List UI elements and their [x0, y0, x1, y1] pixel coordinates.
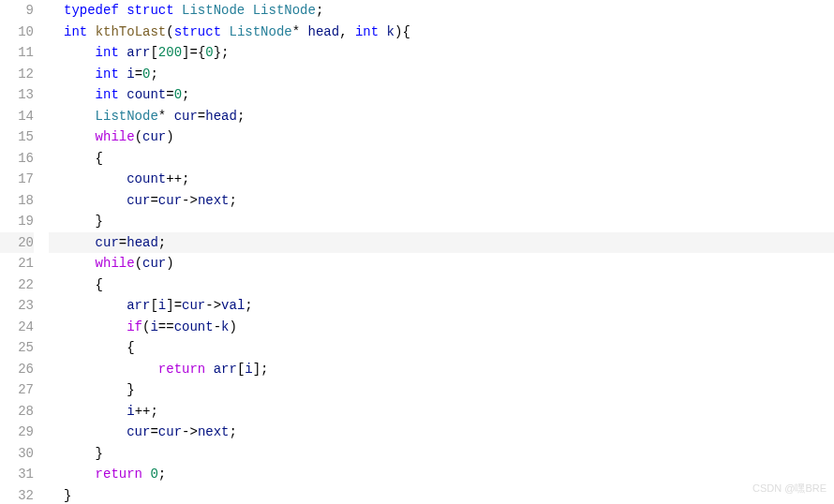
line-number: 18	[0, 190, 34, 212]
token-op: ->	[182, 190, 198, 212]
token-var: count	[127, 169, 166, 190]
token-op: =	[166, 84, 173, 106]
token-op: ->	[205, 295, 221, 317]
token-num: 0	[150, 464, 157, 485]
code-line[interactable]: }	[49, 443, 834, 465]
token-op: *	[158, 106, 166, 127]
token-paren: ]	[253, 359, 261, 380]
code-line[interactable]: {	[49, 337, 834, 359]
token-brace: {	[96, 274, 103, 296]
code-editor: 9101112131415161718192021222324252627282…	[0, 0, 834, 504]
line-number: 31	[0, 464, 34, 485]
code-line[interactable]: }	[49, 485, 834, 505]
token-paren: (	[142, 317, 150, 338]
line-number: 27	[0, 379, 34, 401]
code-line[interactable]: cur=cur->next;	[49, 422, 834, 443]
line-number: 29	[0, 422, 34, 443]
token-var: next	[198, 422, 230, 443]
token-ctrl: return	[158, 359, 205, 380]
token-var: cur	[158, 190, 182, 212]
token-ctrl: while	[96, 253, 135, 274]
code-line[interactable]: {	[49, 148, 834, 170]
token-var: cur	[142, 253, 166, 274]
token-op: *	[292, 22, 300, 43]
token-punct: ;	[182, 84, 189, 106]
token-var: head	[308, 22, 340, 43]
token-var: cur	[182, 295, 205, 317]
token-punct: ,	[339, 22, 347, 43]
token-paren: [	[150, 42, 157, 64]
token-num: 0	[205, 42, 213, 64]
line-number: 20	[0, 232, 34, 254]
token-var: i	[158, 295, 166, 317]
line-number: 22	[0, 274, 34, 296]
code-line[interactable]: ListNode* cur=head;	[49, 106, 834, 127]
code-line[interactable]: int kthToLast(struct ListNode* head, int…	[49, 22, 834, 43]
token-kw: int	[96, 42, 119, 64]
token-brace: {	[127, 337, 134, 359]
line-number: 14	[0, 106, 34, 127]
token-var: val	[221, 295, 245, 317]
line-number: 28	[0, 401, 34, 422]
token-var: next	[198, 190, 230, 212]
token-kw: int	[355, 22, 379, 43]
code-line[interactable]: i++;	[49, 401, 834, 422]
code-line[interactable]: {	[49, 274, 834, 296]
token-paren: ]	[166, 295, 173, 317]
code-line[interactable]: typedef struct ListNode ListNode;	[49, 0, 834, 22]
line-number: 32	[0, 485, 34, 505]
code-line[interactable]: arr[i]=cur->val;	[49, 295, 834, 317]
token-punct: ;	[245, 295, 252, 317]
token-type: ListNode	[253, 0, 316, 22]
token-var: cur	[174, 106, 198, 127]
code-area[interactable]: typedef struct ListNode ListNode;int kth…	[49, 0, 834, 504]
token-var: head	[127, 232, 158, 254]
token-brace: }	[96, 443, 103, 465]
code-line[interactable]: }	[49, 211, 834, 232]
code-line[interactable]: while(cur)	[49, 126, 834, 148]
token-func: kthToLast	[96, 22, 167, 43]
code-line[interactable]: int count=0;	[49, 84, 834, 106]
token-op: =	[150, 190, 157, 212]
code-line[interactable]: }	[49, 379, 834, 401]
code-line[interactable]: count++;	[49, 169, 834, 190]
token-op: =	[174, 295, 182, 317]
token-kw: int	[64, 22, 87, 43]
token-ctrl: while	[96, 126, 135, 148]
code-line[interactable]: int arr[200]={0};	[49, 42, 834, 64]
token-punct: ;	[182, 169, 189, 190]
token-kw: int	[96, 84, 119, 106]
token-var: cur	[142, 126, 166, 148]
code-line[interactable]: cur=cur->next;	[49, 190, 834, 212]
token-var: head	[205, 106, 237, 127]
token-paren: [	[237, 359, 245, 380]
token-punct: ;	[229, 190, 236, 212]
token-var: count	[127, 84, 166, 106]
token-num: 0	[142, 64, 150, 85]
line-number: 13	[0, 84, 34, 106]
code-line[interactable]: return arr[i];	[49, 359, 834, 380]
code-line[interactable]: return 0;	[49, 464, 834, 485]
token-var: i	[127, 64, 134, 85]
code-line[interactable]: cur=head;	[49, 232, 834, 254]
line-number: 21	[0, 253, 34, 274]
token-type: ListNode	[182, 0, 245, 22]
token-punct: ;	[237, 106, 245, 127]
code-line[interactable]: while(cur)	[49, 253, 834, 274]
token-kw: typedef	[64, 0, 119, 22]
token-var: i	[127, 401, 134, 422]
line-number: 12	[0, 64, 34, 85]
token-punct: ;	[150, 401, 157, 422]
token-var: i	[245, 359, 252, 380]
token-paren: )	[166, 126, 173, 148]
token-op: =	[150, 422, 157, 443]
line-number: 30	[0, 443, 34, 465]
token-kw: struct	[174, 22, 221, 43]
code-line[interactable]: if(i==count-k)	[49, 317, 834, 338]
token-punct: ;	[229, 422, 236, 443]
code-line[interactable]: int i=0;	[49, 64, 834, 85]
token-num: 0	[174, 84, 182, 106]
token-var: cur	[96, 232, 119, 254]
token-var: cur	[158, 422, 182, 443]
token-punct: ;	[221, 42, 229, 64]
